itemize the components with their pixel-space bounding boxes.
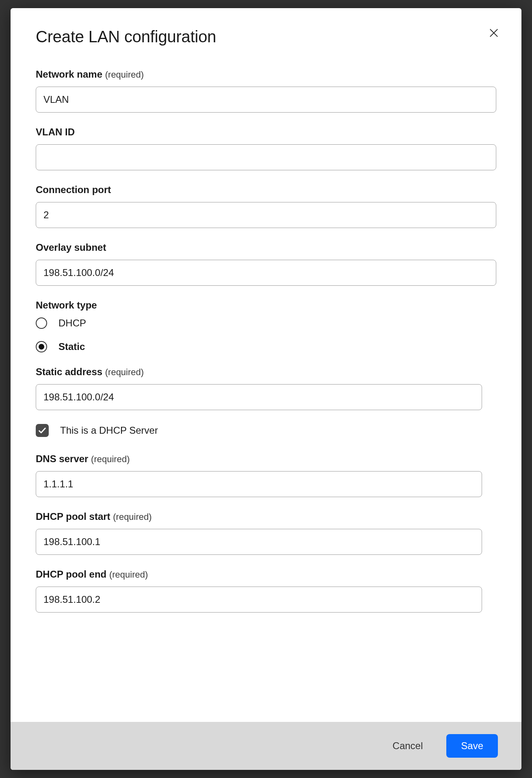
network-name-label: Network name (required) [36,69,496,80]
field-dhcp-pool-start: DHCP pool start (required) [36,511,496,555]
network-name-input[interactable] [36,87,496,113]
field-network-type: Network type DHCP Static [36,300,496,352]
dialog-footer: Cancel Save [11,722,521,770]
dhcp-pool-start-input[interactable] [36,529,482,555]
static-address-label: Static address (required) [36,366,496,378]
static-address-input[interactable] [36,384,482,410]
create-lan-dialog: Create LAN configuration Network name (r… [11,8,521,770]
required-suffix: (required) [105,367,144,377]
field-network-name: Network name (required) [36,69,496,113]
connection-port-label: Connection port [36,184,496,196]
save-button[interactable]: Save [446,734,498,758]
dns-server-input[interactable] [36,471,482,497]
field-connection-port: Connection port [36,184,496,228]
vlan-id-label: VLAN ID [36,126,496,138]
label-text: DHCP pool end [36,569,106,580]
dhcp-server-checkbox-label: This is a DHCP Server [60,425,158,436]
label-text: DHCP pool start [36,511,110,522]
dhcp-pool-end-input[interactable] [36,587,482,613]
required-suffix: (required) [105,70,144,80]
overlay-subnet-input[interactable] [36,260,496,286]
dhcp-pool-start-label: DHCP pool start (required) [36,511,496,522]
radio-label: Static [58,341,85,352]
network-type-label: Network type [36,300,496,311]
field-dhcp-pool-end: DHCP pool end (required) [36,569,496,613]
required-suffix: (required) [91,454,130,464]
dhcp-pool-end-label: DHCP pool end (required) [36,569,496,580]
dialog-body: Create LAN configuration Network name (r… [11,8,521,722]
radio-label: DHCP [58,317,86,329]
overlay-subnet-label: Overlay subnet [36,242,496,253]
dns-server-label: DNS server (required) [36,453,496,465]
radio-dhcp[interactable]: DHCP [36,317,496,329]
required-suffix: (required) [109,569,148,580]
label-text: DNS server [36,453,88,464]
network-type-radio-group: DHCP Static [36,317,496,352]
field-static-address: Static address (required) [36,366,496,410]
label-text: Network name [36,69,102,80]
checkbox-checked-icon [36,424,49,437]
radio-icon [36,341,47,352]
close-button[interactable] [487,26,501,41]
label-text: Static address [36,366,102,377]
dialog-title: Create LAN configuration [36,28,496,46]
cancel-button[interactable]: Cancel [381,734,435,758]
close-icon [489,28,499,39]
radio-static[interactable]: Static [36,341,496,352]
field-overlay-subnet: Overlay subnet [36,242,496,286]
vlan-id-input[interactable] [36,144,496,170]
field-vlan-id: VLAN ID [36,126,496,170]
radio-icon [36,317,47,329]
connection-port-input[interactable] [36,202,496,228]
required-suffix: (required) [113,512,151,522]
dhcp-server-checkbox-row[interactable]: This is a DHCP Server [36,424,496,437]
field-dns-server: DNS server (required) [36,453,496,497]
